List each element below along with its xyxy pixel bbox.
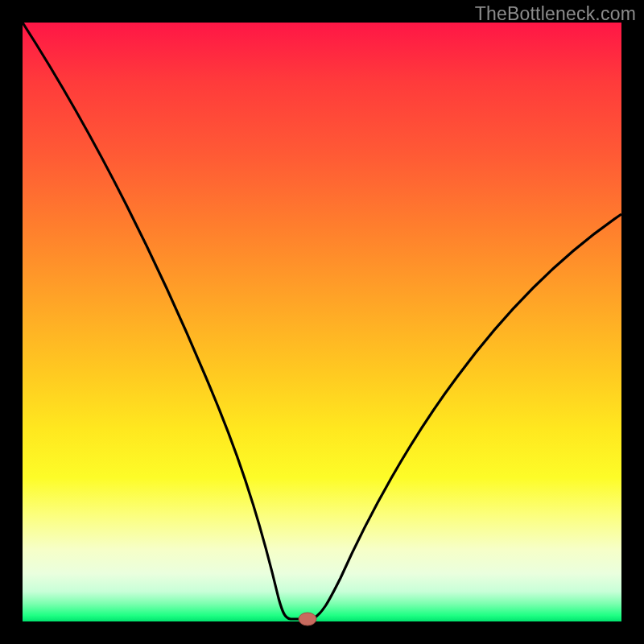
plot-area (23, 23, 621, 621)
curve-right-branch (312, 214, 621, 619)
curve-left-branch (23, 23, 312, 619)
minimum-marker (299, 613, 316, 625)
bottleneck-curve (23, 23, 621, 621)
chart-frame: TheBottleneck.com (0, 0, 644, 644)
watermark-text: TheBottleneck.com (475, 3, 636, 25)
